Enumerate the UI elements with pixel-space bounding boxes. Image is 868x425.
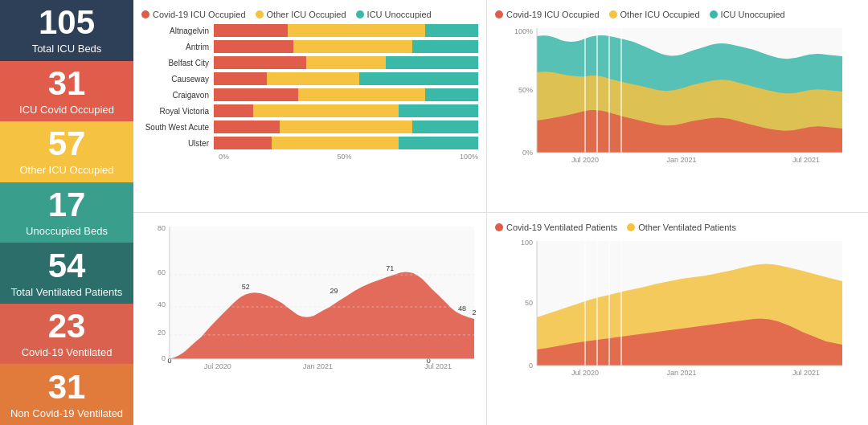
svg-text:0%: 0% xyxy=(522,149,533,157)
bar-label: Antrim xyxy=(141,43,214,51)
bar-covid xyxy=(214,88,298,101)
svg-text:52: 52 xyxy=(242,283,250,291)
svg-text:80: 80 xyxy=(158,224,166,232)
bar-unoccupied xyxy=(412,121,478,133)
svg-text:100%: 100% xyxy=(514,27,533,35)
svg-text:Jul 2020: Jul 2020 xyxy=(571,369,599,377)
bar-row: South West Acute xyxy=(141,121,478,133)
rolling-avg-chart: 0 52 29 71 0 48 2 80 60 40 2 xyxy=(141,223,478,386)
stat-box-1: 31 ICU Covid Occupied xyxy=(0,61,133,122)
stat-number-6: 31 xyxy=(48,370,86,404)
svg-text:71: 71 xyxy=(386,264,394,272)
bar-container xyxy=(214,137,478,149)
vent-ts-legend: Covid-19 Ventilated PatientsOther Ventil… xyxy=(495,223,860,232)
dashboard-layout: 105 Total ICU Beds 31 ICU Covid Occupied… xyxy=(0,0,868,425)
icu-ts-legend: Covid-19 ICU OccupiedOther ICU OccupiedI… xyxy=(495,10,860,19)
svg-text:0: 0 xyxy=(162,354,166,362)
legend-dot xyxy=(356,10,364,18)
bar-covid xyxy=(214,56,306,69)
svg-text:60: 60 xyxy=(158,268,166,276)
legend-dot xyxy=(141,10,149,18)
stat-label-1: ICU Covid Occupied xyxy=(19,104,114,116)
stat-box-2: 57 Other ICU Occupied xyxy=(0,121,133,182)
stat-number-2: 57 xyxy=(48,127,86,161)
bar-container xyxy=(214,56,478,69)
stat-box-3: 17 Unoccupied Beds xyxy=(0,182,133,243)
bar-unoccupied xyxy=(386,56,478,69)
stat-number-1: 31 xyxy=(48,67,86,100)
vent-ts-svg: 100 50 0 Jul 2020 Jan 2021 Jul 2021 xyxy=(495,237,860,386)
stat-label-5: Covid-19 Ventilated xyxy=(22,346,113,358)
bar-unoccupied xyxy=(412,40,478,53)
bar-covid xyxy=(214,137,272,149)
bar-unoccupied xyxy=(425,88,478,101)
bar-chart-axis: 0% 50% 100% xyxy=(219,153,478,161)
bar-container xyxy=(214,24,478,37)
legend-item: ICU Unoccupied xyxy=(710,10,785,19)
bar-label: Royal Victoria xyxy=(141,107,214,116)
stat-number-4: 54 xyxy=(48,249,86,283)
bar-other xyxy=(288,24,425,37)
bar-label: Belfast City xyxy=(141,59,214,67)
stat-label-2: Other ICU Occupied xyxy=(19,164,113,176)
legend-dot xyxy=(495,223,503,231)
legend-item: Other ICU Occupied xyxy=(256,10,346,19)
stat-box-0: 105 Total ICU Beds xyxy=(0,0,133,61)
icu-ts-chart: 100% 50% 0% Jul 2020 Jan 2021 Jul 2021 xyxy=(495,24,860,176)
vent-ts-chart: 100 50 0 Jul 2020 Jan 2021 Jul 2021 xyxy=(495,237,860,389)
legend-dot xyxy=(256,10,264,18)
legend-item: Covid-19 Ventilated Patients xyxy=(495,223,617,232)
bar-covid xyxy=(214,40,293,53)
bar-container xyxy=(214,104,478,117)
svg-text:Jul 2021: Jul 2021 xyxy=(792,369,820,377)
icu-timeseries-panel: Covid-19 ICU OccupiedOther ICU OccupiedI… xyxy=(487,0,868,212)
legend-item: ICU Unoccupied xyxy=(356,10,432,19)
icu-ts-svg: 100% 50% 0% Jul 2020 Jan 2021 Jul 2021 xyxy=(495,24,860,173)
bar-container xyxy=(214,40,478,53)
bar-covid xyxy=(214,72,267,85)
bar-label: Ulster xyxy=(141,139,214,148)
svg-text:100: 100 xyxy=(521,239,533,247)
legend-dot xyxy=(495,10,503,18)
svg-text:Jul 2020: Jul 2020 xyxy=(571,156,599,164)
svg-text:20: 20 xyxy=(158,329,166,337)
rolling-avg-svg: 0 52 29 71 0 48 2 80 60 40 2 xyxy=(141,223,478,383)
stat-label-4: Total Ventilated Patients xyxy=(11,286,123,298)
svg-text:Jan 2021: Jan 2021 xyxy=(666,369,696,377)
legend-dot xyxy=(710,10,718,18)
svg-text:50: 50 xyxy=(525,299,533,307)
bar-covid xyxy=(214,24,288,37)
bar-row: Royal Victoria xyxy=(141,104,478,117)
bar-other xyxy=(253,104,399,117)
bar-label: South West Acute xyxy=(141,123,214,132)
bar-unoccupied xyxy=(359,72,478,85)
legend-item: Other Ventilated Patients xyxy=(627,223,736,232)
bar-chart-legend: Covid-19 ICU OccupiedOther ICU OccupiedI… xyxy=(141,10,478,19)
bottom-row: 0 52 29 71 0 48 2 80 60 40 2 xyxy=(133,212,868,425)
svg-text:29: 29 xyxy=(330,287,338,295)
stat-label-6: Non Covid-19 Ventilated xyxy=(10,407,123,419)
legend-item: Other ICU Occupied xyxy=(609,10,700,19)
bar-other xyxy=(306,56,386,69)
bar-other xyxy=(293,40,412,53)
stat-number-5: 23 xyxy=(48,309,86,343)
svg-text:Jul 2020: Jul 2020 xyxy=(204,362,231,370)
svg-text:50%: 50% xyxy=(518,86,533,94)
top-row: Covid-19 ICU OccupiedOther ICU OccupiedI… xyxy=(133,0,868,212)
bar-container xyxy=(214,72,478,85)
svg-text:0: 0 xyxy=(529,362,533,370)
bar-other xyxy=(272,137,399,149)
stat-box-4: 54 Total Ventilated Patients xyxy=(0,243,133,304)
bar-other xyxy=(298,88,425,101)
bar-covid xyxy=(214,104,253,117)
sidebar: 105 Total ICU Beds 31 ICU Covid Occupied… xyxy=(0,0,133,425)
bar-container xyxy=(214,88,478,101)
bar-row: Altnagelvin xyxy=(141,24,478,37)
bar-row: Ulster xyxy=(141,137,478,149)
bar-label: Causeway xyxy=(141,75,214,84)
main-content: Covid-19 ICU OccupiedOther ICU OccupiedI… xyxy=(133,0,868,425)
bar-other xyxy=(267,72,359,85)
bar-chart: Altnagelvin Antrim Belfast City Causeway xyxy=(141,24,478,149)
stat-box-5: 23 Covid-19 Ventilated xyxy=(0,304,133,365)
svg-text:Jan 2021: Jan 2021 xyxy=(666,156,696,164)
